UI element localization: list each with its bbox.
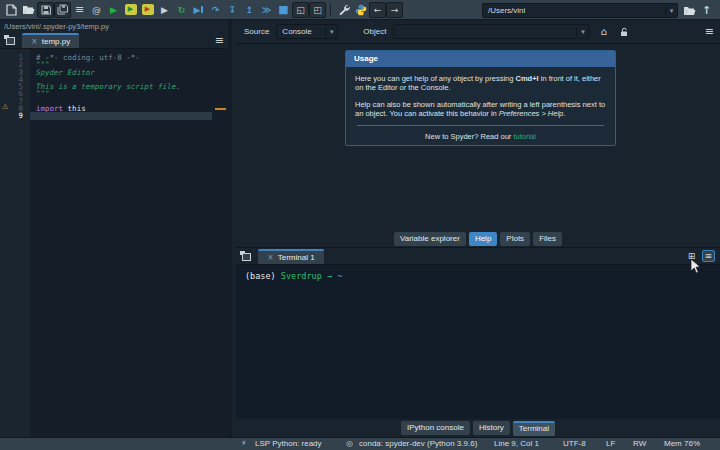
new-file-icon[interactable]: [3, 2, 20, 18]
back-glyph: ←: [374, 5, 382, 15]
debug-file-icon[interactable]: ▶: [190, 2, 207, 18]
line-number: 9: [0, 112, 30, 119]
python-path-icon[interactable]: [352, 2, 369, 18]
shortcut-cmd-i: Cmd+I: [516, 74, 539, 83]
code-line: 5This is a temporary script file.: [0, 83, 228, 90]
terminal-tabbar: × Terminal 1 ⊞ ≡: [236, 248, 720, 265]
lsp-status-icon: ⚡: [241, 438, 247, 450]
browse-tabs-glyph-b: [242, 253, 251, 261]
tab-plots[interactable]: Plots: [500, 232, 530, 246]
browse-directory-icon[interactable]: [681, 2, 698, 18]
close-icon[interactable]: ×: [267, 253, 274, 262]
open-file-icon[interactable]: [20, 2, 37, 18]
run-file-icon[interactable]: ▶: [105, 2, 122, 18]
warning-icon: ⚠: [2, 104, 8, 111]
line-number: 1: [0, 54, 30, 61]
line-number: 2: [0, 61, 30, 68]
editor-options-menu-icon[interactable]: ≡: [215, 34, 224, 47]
step-return-icon[interactable]: ↥: [241, 2, 258, 18]
tab-terminal[interactable]: Terminal: [513, 421, 555, 436]
tab-label: Terminal 1: [278, 253, 315, 262]
back-icon[interactable]: ←: [369, 2, 386, 18]
tab-help[interactable]: Help: [469, 232, 497, 246]
home-icon[interactable]: ⌂: [600, 26, 606, 37]
line-text: This is a temporary script file.: [30, 83, 212, 90]
fullscreen-icon[interactable]: ◰: [309, 2, 326, 18]
lsp-status: LSP Python: ready: [255, 438, 322, 450]
prompt-host: Sverdrup: [281, 271, 322, 281]
fullscreen-glyph: ◰: [313, 5, 322, 15]
run-selection-icon[interactable]: ▶: [156, 2, 173, 18]
code-line: 6""": [0, 90, 228, 97]
upper-pane-tabs: Variable explorer Help Plots Files: [236, 230, 720, 248]
close-icon[interactable]: ×: [31, 37, 38, 46]
preferences-wrench-icon[interactable]: [335, 2, 352, 18]
step-over-icon[interactable]: ↷: [207, 2, 224, 18]
terminal-content[interactable]: (base) Sverdrup → ~: [236, 265, 720, 419]
browse-tabs-icon[interactable]: [3, 34, 19, 47]
parent-directory-icon[interactable]: ↑: [698, 2, 715, 18]
tab-files[interactable]: Files: [533, 232, 562, 246]
at-glyph: @: [92, 5, 101, 15]
step-over-glyph: ↷: [212, 5, 220, 15]
debug-stop-icon[interactable]: ■: [275, 2, 292, 18]
file-switcher-icon[interactable]: ≡: [71, 2, 88, 18]
step-into-icon[interactable]: ↧: [224, 2, 241, 18]
source-select-value: Console: [277, 27, 325, 36]
chevron-down-icon[interactable]: ▾: [325, 28, 337, 36]
run-cell-advance-icon[interactable]: ▶: [139, 2, 156, 18]
maximize-glyph: ◱: [296, 5, 305, 15]
code-line: 2""": [0, 61, 228, 68]
unlock-icon[interactable]: [620, 27, 628, 37]
save-all-icon[interactable]: [54, 2, 71, 18]
source-select[interactable]: Console ▾: [276, 24, 338, 39]
rerun-glyph: ↻: [178, 5, 186, 15]
tab-ipython-console[interactable]: IPython console: [401, 421, 470, 435]
chevron-down-icon[interactable]: ▾: [576, 28, 588, 36]
stop-glyph: ■: [278, 3, 288, 16]
save-file-icon[interactable]: [37, 2, 54, 18]
debug-continue-icon[interactable]: ≫: [258, 2, 275, 18]
memory-status: Mem 76%: [664, 438, 700, 450]
prompt-env: (base): [245, 271, 281, 281]
browse-terminal-tabs-icon[interactable]: [239, 250, 255, 263]
working-directory-combo[interactable]: /Users/vini ▾: [482, 3, 678, 18]
cursor-position-status: Line 9, Col 1: [494, 438, 539, 450]
rerun-cell-icon[interactable]: ↻: [173, 2, 190, 18]
code-line: 1# -*- coding: utf-8 -*-: [0, 54, 228, 61]
mouse-cursor: [690, 258, 701, 278]
forward-glyph: →: [391, 5, 399, 15]
browse-tabs-glyph-b: [6, 37, 15, 45]
run-cell-icon[interactable]: ▶: [122, 2, 139, 18]
eol-status: LF: [606, 438, 615, 450]
tab-variable-explorer[interactable]: Variable explorer: [394, 232, 466, 246]
chevron-down-icon[interactable]: ▾: [665, 7, 677, 15]
permissions-status: RW: [633, 438, 646, 450]
source-label: Source: [244, 27, 269, 36]
conda-icon: ◎: [346, 438, 353, 450]
status-bar: ⚡ LSP Python: ready ◎ conda: spyder-dev …: [0, 437, 720, 450]
terminal-options-menu-icon[interactable]: ≡: [702, 250, 715, 262]
find-symbols-icon[interactable]: @: [88, 2, 105, 18]
object-label: Object: [363, 27, 386, 36]
working-directory-value: /Users/vini: [483, 6, 665, 15]
object-input[interactable]: ▾: [393, 24, 589, 39]
usage-paragraph-1: Here you can get help of any object by p…: [355, 74, 606, 92]
tab-temp-py[interactable]: × temp.py: [22, 33, 79, 48]
code-editor[interactable]: 1# -*- coding: utf-8 -*- 2""" 3Spyder Ed…: [0, 49, 228, 437]
usage-body: Here you can get help of any object by p…: [346, 67, 615, 141]
maximize-pane-icon[interactable]: ◱: [292, 2, 309, 18]
tab-history[interactable]: History: [473, 421, 510, 435]
tutorial-link[interactable]: tutorial: [513, 132, 536, 141]
warning-scroll-flag[interactable]: [215, 108, 226, 110]
tab-terminal-1[interactable]: × Terminal 1: [258, 249, 324, 264]
editor-filepath: /Users/vini/.spyder-py3/temp.py: [0, 20, 228, 32]
forward-icon[interactable]: →: [386, 2, 403, 18]
line-text: Spyder Editor: [30, 69, 212, 76]
editor-pane: /Users/vini/.spyder-py3/temp.py × temp.p…: [0, 20, 232, 437]
help-options-menu-icon[interactable]: ≡: [705, 25, 714, 38]
run-cell-advance-glyph: ▶: [142, 4, 154, 15]
usage-divider: [357, 125, 604, 126]
line-number: 5: [0, 83, 30, 90]
conda-env-status[interactable]: conda: spyder-dev (Python 3.9.6): [359, 438, 477, 450]
